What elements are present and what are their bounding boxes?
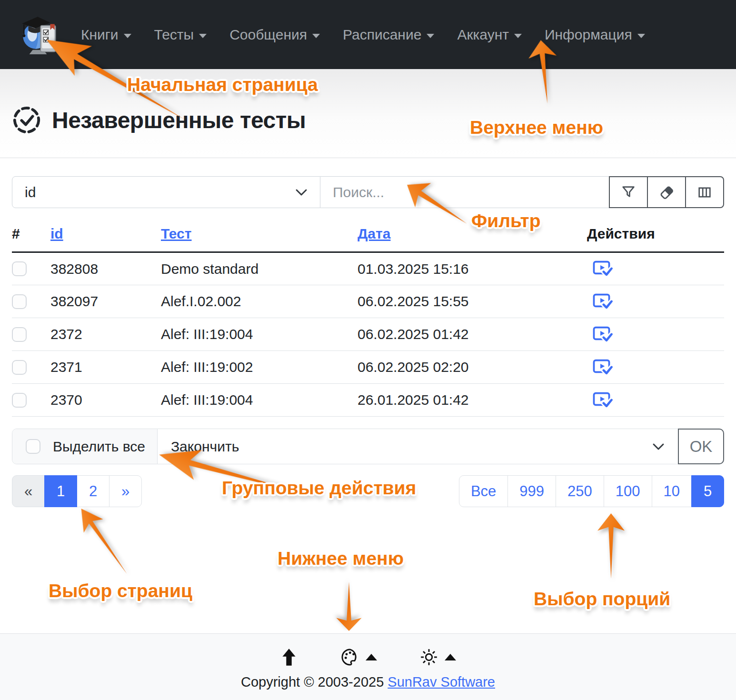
filter-field-select[interactable]: id [12, 176, 320, 208]
page-size-250[interactable]: 250 [556, 475, 604, 507]
chevron-down-icon [124, 34, 131, 38]
chevron-down-icon [514, 34, 522, 38]
select-all-label: Выделить все [53, 439, 145, 455]
cell-test: Alef.I.02.002 [161, 285, 358, 318]
table-row: 2371 Alef: III:19:002 06.02.2025 02:20 [12, 351, 724, 384]
row-checkbox[interactable] [12, 294, 27, 309]
chevron-down-icon [199, 34, 207, 38]
chevron-up-icon [445, 654, 456, 660]
nav-item-messages[interactable]: Сообщения [229, 27, 320, 43]
page-size-5[interactable]: 5 [691, 475, 724, 507]
unfinished-tests-table: # id Тест Дата Действия 382808 Demo stan… [12, 223, 724, 417]
table-row: 382808 Demo standard 01.03.2025 15:16 [12, 252, 724, 285]
row-checkbox[interactable] [12, 327, 27, 342]
cell-test: Alef: III:19:002 [161, 351, 358, 384]
chevron-down-icon [637, 34, 645, 38]
table-header-row: # id Тест Дата Действия [12, 223, 724, 252]
chevron-down-icon [652, 443, 665, 450]
annotation-portion-selection: Выбор порций [534, 589, 670, 610]
column-header-test-sort[interactable]: Тест [161, 223, 358, 252]
clear-filter-button[interactable] [647, 176, 686, 208]
chevron-down-icon [295, 189, 308, 196]
cell-id: 382097 [50, 285, 161, 318]
cell-id: 382808 [50, 252, 161, 285]
columns-icon [696, 184, 713, 200]
cell-id: 2372 [50, 318, 161, 351]
annotation-arrow-page-selection [69, 500, 139, 582]
nav-item-label: Расписание [343, 27, 421, 43]
resume-test-icon[interactable] [593, 293, 613, 310]
resume-test-icon[interactable] [593, 359, 613, 376]
cell-date: 26.01.2025 01:42 [358, 384, 587, 417]
table-row: 2370 Alef: III:19:004 26.01.2025 01:42 [12, 384, 724, 417]
eraser-icon [658, 184, 675, 200]
annotation-home-page: Начальная страница [127, 74, 318, 95]
nav-item-label: Аккаунт [457, 27, 509, 43]
annotation-page-selection: Выбор страниц [49, 580, 192, 601]
page-size-all[interactable]: Все [459, 475, 508, 507]
nav-item-tests[interactable]: Тесты [154, 27, 207, 43]
page-size-10[interactable]: 10 [652, 475, 692, 507]
filter-buttons [609, 176, 724, 208]
scroll-top-button[interactable] [280, 648, 298, 666]
resume-test-icon[interactable] [593, 326, 613, 343]
row-checkbox[interactable] [12, 261, 27, 276]
nav-item-label: Тесты [154, 27, 194, 43]
row-checkbox[interactable] [12, 393, 27, 408]
cell-id: 2370 [50, 384, 161, 417]
annotation-arrow-top-menu [522, 38, 566, 105]
nav-item-account[interactable]: Аккаунт [457, 27, 522, 43]
page-next-button[interactable]: » [109, 475, 142, 507]
copyright-text: Copyright © 2003-2025 [241, 674, 384, 690]
cell-test: Alef: III:19:004 [161, 318, 358, 351]
row-checkbox[interactable] [12, 360, 27, 375]
page-size-selector: Все 999 250 100 10 5 [459, 475, 724, 507]
page: Книги Тесты Сообщения Расписание Аккаунт… [0, 0, 736, 700]
nav-item-schedule[interactable]: Расписание [343, 27, 434, 43]
annotation-top-menu: Верхнее меню [470, 117, 603, 138]
chevron-down-icon [312, 34, 320, 38]
resume-test-icon[interactable] [593, 260, 613, 278]
theme-palette-menu[interactable] [341, 648, 377, 666]
nav-item-information[interactable]: Информация [545, 27, 645, 43]
page-size-999[interactable]: 999 [507, 475, 556, 507]
columns-button[interactable] [685, 176, 724, 208]
brightness-menu[interactable] [420, 648, 456, 666]
annotation-bottom-menu: Нижнее меню [278, 548, 404, 569]
page-prev-button[interactable]: « [12, 475, 45, 507]
table-row: 2372 Alef: III:19:004 06.02.2025 01:42 [12, 318, 724, 351]
table-row: 382097 Alef.I.02.002 06.02.2025 15:55 [12, 285, 724, 318]
select-all-toggle[interactable]: Выделить все [12, 429, 158, 464]
column-header-id-sort[interactable]: id [50, 223, 161, 252]
column-header-actions: Действия [587, 223, 724, 252]
cell-date: 06.02.2025 01:42 [358, 318, 587, 351]
funnel-icon [620, 184, 637, 200]
resume-test-icon[interactable] [593, 391, 613, 409]
select-all-checkbox[interactable] [26, 439, 40, 454]
column-header-num: # [12, 223, 50, 252]
cell-date: 01.03.2025 15:16 [358, 252, 587, 285]
sunrav-link[interactable]: SunRav Software [388, 674, 495, 690]
clock-check-icon [12, 105, 41, 135]
annotation-arrow-bottom-menu [332, 582, 366, 631]
annotation-filter: Фильтр [471, 210, 541, 231]
group-actions-bar: Выделить все Закончить OK [12, 429, 724, 464]
pagination: « 1 2 » [12, 475, 142, 507]
annotation-arrow-portion-selection [593, 513, 629, 579]
footer: Copyright © 2003-2025 SunRav Software [0, 633, 736, 700]
cell-test: Alef: III:19:004 [161, 384, 358, 417]
nav-item-label: Сообщения [229, 27, 307, 43]
palette-icon [341, 648, 359, 666]
chevron-up-icon [366, 654, 377, 660]
filter-bar: id [12, 176, 724, 208]
ok-button[interactable]: OK [678, 429, 724, 464]
chevron-down-icon [427, 34, 434, 38]
page-size-100[interactable]: 100 [604, 475, 652, 507]
cell-id: 2371 [50, 351, 161, 384]
brightness-icon [420, 648, 438, 666]
page-1-button[interactable]: 1 [44, 475, 77, 507]
filter-field-value: id [25, 184, 36, 200]
cell-test: Demo standard [161, 252, 358, 285]
apply-filter-button[interactable] [609, 176, 648, 208]
annotation-group-actions: Групповые действия [222, 478, 416, 499]
